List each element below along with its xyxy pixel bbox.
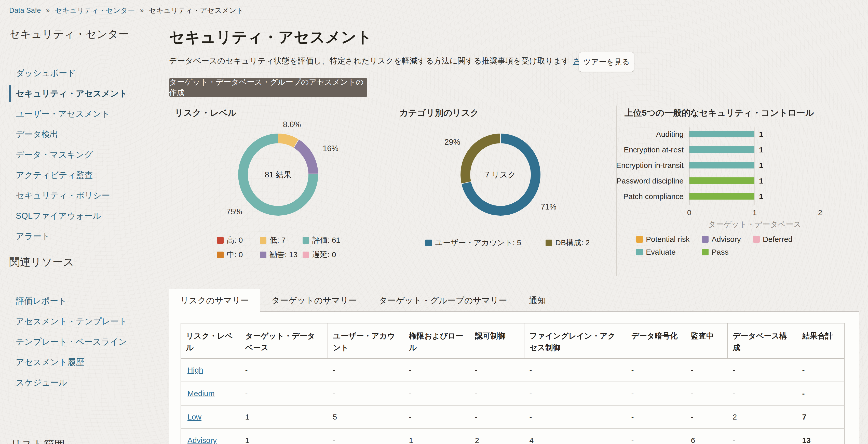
- table-header: 結果合計: [797, 323, 844, 359]
- legend-item: 評価: 61: [303, 235, 345, 245]
- table-row-advisory: Advisory1-124-6-13: [181, 429, 844, 444]
- sidebar-item-label: アラート: [16, 231, 50, 242]
- sidebar-item-data-discovery[interactable]: データ検出: [9, 124, 152, 145]
- table-cell: -: [524, 382, 626, 405]
- risk-summary-table: リスク・レベルターゲット・データベースユーザー・アカウント権限およびロール認可制…: [181, 323, 844, 444]
- table-cell: Low: [181, 405, 240, 429]
- top-controls-bar-chart: 012Auditing1Encryption at-rest1Encryptio…: [616, 115, 853, 238]
- legend-label: 遅延: 0: [312, 249, 336, 260]
- bar-category-label: Auditing: [656, 130, 684, 139]
- table-header: ファイングレイン・アクセス制御: [524, 323, 626, 359]
- table-cell: -: [470, 382, 524, 405]
- sidebar-item-assessment-reports[interactable]: 評価レポート: [9, 291, 152, 311]
- table-cell: -: [626, 405, 686, 429]
- legend-label: 低: 7: [270, 235, 285, 245]
- bar-auditing: [689, 131, 754, 137]
- legend-swatch: [217, 251, 224, 258]
- risk-level-donut-chart: 8.6%16%75%81 結果: [219, 119, 341, 234]
- sidebar-item-alerts[interactable]: アラート: [9, 226, 152, 246]
- table-cell: -: [328, 358, 404, 382]
- sidebar-item-schedules[interactable]: スケジュール: [9, 373, 152, 393]
- sidebar-item-template-baselines[interactable]: テンプレート・ベースライン: [9, 332, 152, 352]
- breadcrumb-separator-icon: »: [46, 6, 50, 14]
- table-cell: Medium: [181, 382, 240, 405]
- table-cell: High: [181, 358, 240, 382]
- bar-x-axis-title: ターゲット・データベース: [708, 220, 801, 228]
- breadcrumb: Data Safe » セキュリティ・センター » セキュリティ・アセスメント: [9, 6, 244, 15]
- sidebar-item-sql-firewall[interactable]: SQLファイアウォール: [9, 206, 152, 226]
- bar-value-label: 1: [759, 130, 763, 139]
- page: Data Safe » セキュリティ・センター » セキュリティ・アセスメント …: [0, 0, 868, 444]
- table-cell: 5: [328, 405, 404, 429]
- legend-swatch: [702, 249, 709, 256]
- legend-swatch: [425, 240, 432, 246]
- legend-label: 中: 0: [227, 249, 243, 260]
- tab-target-group-summary[interactable]: ターゲット・グループのサマリー: [368, 289, 518, 312]
- legend-item: 高: 0: [217, 235, 260, 245]
- bar-category-label: Password discipline: [617, 177, 684, 185]
- risk-level-legend: 高: 0中: 0低: 7勧告: 13評価: 61遅延: 0: [217, 235, 345, 260]
- donut-center-label: 81 結果: [265, 170, 291, 179]
- table-cell: -: [686, 358, 728, 382]
- tab-target-summary[interactable]: ターゲットのサマリー: [260, 289, 368, 312]
- risk-level-link-low[interactable]: Low: [187, 413, 202, 421]
- table-cell: -: [626, 382, 686, 405]
- breadcrumb-link-security-center[interactable]: セキュリティ・センター: [55, 6, 135, 14]
- sidebar-item-assessment-history[interactable]: アセスメント履歴: [9, 352, 152, 373]
- table-cell-total: -: [797, 382, 844, 405]
- legend-label: Potential risk: [646, 235, 690, 244]
- bar-patch-compliance: [689, 193, 754, 200]
- table-cell: -: [686, 382, 728, 405]
- tab-risk-summary[interactable]: リスクのサマリー: [169, 289, 260, 312]
- legend-label: DB構成: 2: [555, 238, 590, 248]
- risk-level-link-medium[interactable]: Medium: [187, 389, 215, 397]
- table-cell: -: [626, 358, 686, 382]
- legend-item: Potential risk: [636, 235, 690, 244]
- create-assessment-button[interactable]: ターゲット・データベース・グループのアセスメントの作成: [169, 78, 367, 97]
- view-tour-button[interactable]: ツアーを見る: [579, 52, 634, 72]
- table-header: リスク・レベル: [181, 323, 240, 359]
- legend-label: Evaluate: [646, 248, 676, 257]
- table-cell: -: [470, 358, 524, 382]
- table-cell-total: 13: [797, 429, 844, 444]
- legend-swatch: [303, 251, 309, 258]
- sidebar-item-security-assessment[interactable]: セキュリティ・アセスメント: [9, 83, 152, 104]
- legend-item: 勧告: 13: [260, 249, 303, 260]
- breadcrumb-link-data-safe[interactable]: Data Safe: [9, 6, 41, 14]
- tab-notification[interactable]: 通知: [518, 289, 557, 312]
- x-tick-label: 2: [818, 208, 823, 217]
- sidebar-item-dashboard[interactable]: ダッシュボード: [9, 63, 152, 83]
- donut-percent-label: 8.6%: [283, 120, 301, 129]
- sidebar-item-label: 評価レポート: [16, 295, 67, 307]
- table-cell: -: [328, 382, 404, 405]
- tabstrip: リスクのサマリーターゲットのサマリーターゲット・グループのサマリー通知: [169, 289, 557, 312]
- legend-swatch: [546, 240, 552, 246]
- table-cell-total: 7: [797, 405, 844, 429]
- risks-by-category-legend: ユーザー・アカウント: 5DB構成: 2: [425, 238, 590, 248]
- risk-level-link-advisory[interactable]: Advisory: [187, 436, 217, 444]
- table-row-high: High---------: [181, 358, 844, 382]
- sidebar-item-user-assessment[interactable]: ユーザー・アセスメント: [9, 104, 152, 124]
- sidebar-section-title: セキュリティ・センター: [9, 28, 152, 52]
- sidebar-item-label: データ検出: [16, 129, 58, 140]
- sidebar-item-activity-auditing[interactable]: アクティビティ監査: [9, 165, 152, 185]
- legend-swatch: [636, 236, 643, 243]
- legend-item: 遅延: 0: [303, 249, 345, 260]
- sidebar-item-label: スケジュール: [16, 377, 67, 388]
- table-header: 認可制御: [470, 323, 524, 359]
- sidebar-item-assessment-templates[interactable]: アセスメント・テンプレート: [9, 311, 152, 332]
- sidebar-section-list-scope-title: リスト範囲: [11, 437, 65, 444]
- table-cell: -: [240, 382, 328, 405]
- sidebar-item-data-masking[interactable]: データ・マスキング: [9, 145, 152, 165]
- risk-level-link-high[interactable]: High: [187, 366, 203, 374]
- table-cell: -: [626, 429, 686, 444]
- risks-by-category-chart-title: カテゴリ別のリスク: [399, 107, 479, 119]
- legend-item: 中: 0: [217, 249, 260, 260]
- legend-swatch: [260, 251, 267, 258]
- sidebar-item-label: SQLファイアウォール: [16, 210, 101, 222]
- sidebar-item-security-policies[interactable]: セキュリティ・ポリシー: [9, 185, 152, 206]
- bar-category-label: Patch compliance: [623, 192, 684, 201]
- legend-swatch: [753, 236, 760, 243]
- sidebar-item-label: アセスメント・テンプレート: [16, 316, 127, 327]
- breadcrumb-separator-icon: »: [140, 6, 144, 14]
